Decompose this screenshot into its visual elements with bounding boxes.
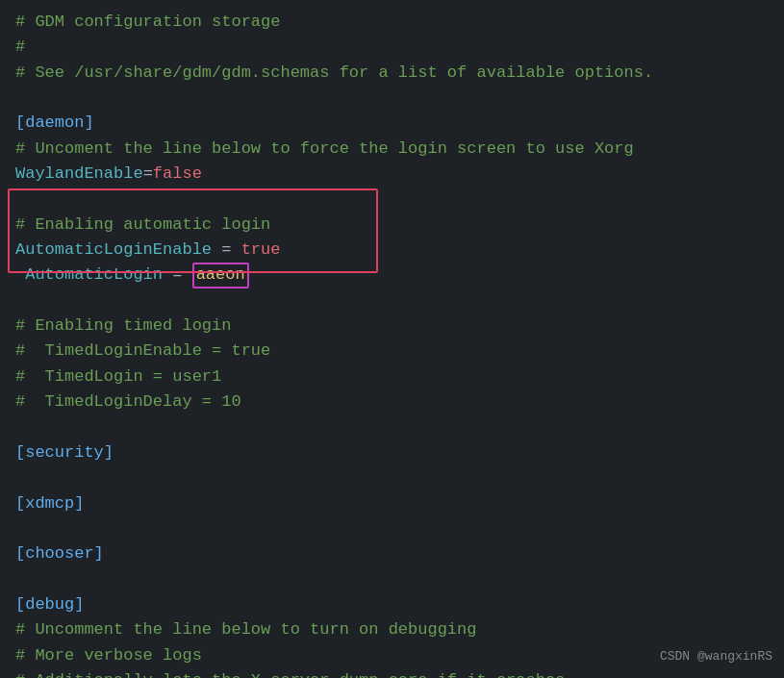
line-18: [security]	[15, 440, 769, 465]
empty-line-8	[15, 187, 769, 212]
line-13: # Enabling timed login	[15, 314, 769, 339]
key-autologin: AutomaticLogin	[15, 265, 163, 284]
empty-line-4	[15, 86, 769, 111]
value-wayland: false	[153, 164, 202, 183]
section-chooser: [chooser]	[15, 544, 104, 563]
line-9: # Enabling automatic login	[15, 213, 769, 238]
empty-line-21	[15, 516, 769, 541]
value-aaeon: aaeon	[192, 263, 249, 288]
key-wayland: WaylandEnable	[15, 164, 143, 183]
equals-3: =	[163, 265, 192, 284]
line-6: # Uncoment the line below to force the l…	[15, 137, 769, 162]
section-daemon: [daemon]	[15, 113, 94, 132]
line-10: AutomaticLoginEnable = true	[15, 238, 769, 263]
line-14: # TimedLoginEnable = true	[15, 339, 769, 364]
value-autologin-enable: true	[241, 240, 281, 259]
section-security: [security]	[15, 443, 114, 462]
empty-line-17	[15, 415, 769, 440]
line-2: #	[15, 35, 769, 60]
watermark: CSDN @wangxinRS	[660, 647, 772, 666]
line-27: # Additionally lets the X server dump co…	[15, 668, 769, 678]
line-15: # TimedLogin = user1	[15, 364, 769, 389]
line-25: # Uncomment the line below to turn on de…	[15, 617, 769, 642]
line-20: [xdmcp]	[15, 491, 769, 516]
empty-line-12	[15, 289, 769, 314]
line-1: # GDM configuration storage	[15, 10, 769, 35]
line-22: [chooser]	[15, 541, 769, 566]
code-editor: # GDM configuration storage # # See /usr…	[0, 0, 784, 678]
line-7: WaylandEnable=false	[15, 162, 769, 187]
line-3: # See /usr/share/gdm/gdm.schemas for a l…	[15, 61, 769, 86]
line-26: # More verbose logs	[15, 643, 769, 668]
equals-1: =	[143, 164, 153, 183]
section-xdmcp: [xdmcp]	[15, 494, 84, 513]
key-autologin-enable: AutomaticLoginEnable	[15, 240, 212, 259]
line-16: # TimedLoginDelay = 10	[15, 389, 769, 414]
equals-2: =	[212, 240, 241, 259]
line-11: AutomaticLogin = aaeon	[15, 263, 769, 288]
empty-line-23	[15, 567, 769, 592]
line-24: [debug]	[15, 592, 769, 617]
empty-line-19	[15, 465, 769, 490]
line-5: [daemon]	[15, 111, 769, 136]
section-debug: [debug]	[15, 595, 84, 614]
